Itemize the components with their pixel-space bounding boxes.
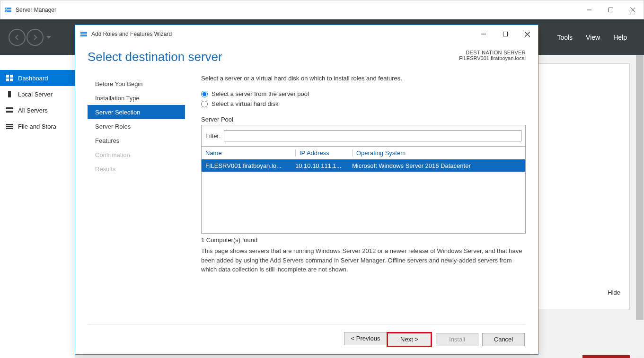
wizard-step-features[interactable]: Features [88, 133, 185, 148]
sidebar-item-label: All Servers [18, 107, 48, 114]
server-pool-label: Server Pool [201, 116, 526, 123]
cancel-button[interactable]: Cancel [482, 333, 525, 346]
col-name[interactable]: Name [205, 149, 295, 157]
radio-vhd[interactable]: Select a virtual hard disk [201, 100, 526, 107]
dest-label: DESTINATION SERVER [459, 50, 526, 55]
computer-count: 1 Computer(s) found [201, 236, 526, 244]
wizard-step-label: Before You Begin [95, 80, 142, 87]
server-pool-row[interactable]: FILESRV001.firatboyan.lo... 10.10.10.111… [202, 159, 525, 172]
window-title: Server Manager [16, 7, 56, 13]
wizard-step-before-you-begin[interactable]: Before You Begin [88, 77, 185, 91]
sidebar-item-local-server[interactable]: Local Server [0, 86, 75, 102]
radio-server-pool-input[interactable] [201, 91, 208, 97]
col-ip[interactable]: IP Address [295, 149, 352, 157]
row-os: Microsoft Windows Server 2016 Datacenter [352, 162, 521, 169]
dialog-minimize-button[interactable] [473, 27, 494, 41]
dashboard-icon [6, 74, 13, 82]
dialog-footer: < Previous Next > Install Cancel [88, 324, 526, 354]
wizard-step-label: Results [95, 166, 115, 173]
wizard-step-label: Features [95, 137, 119, 144]
status-tile[interactable]: 1 [582, 355, 630, 358]
wizard-step-label: Installation Type [95, 95, 140, 102]
sidebar-item-all-servers[interactable]: All Servers [0, 102, 75, 118]
main-window-titlebar: Server Manager [0, 0, 644, 19]
filter-label: Filter: [205, 132, 221, 140]
scrollbar[interactable] [636, 55, 644, 358]
wizard-content: Select a server or a virtual hard disk o… [185, 75, 526, 324]
dialog-titlebar: Add Roles and Features Wizard [75, 25, 538, 43]
sidebar-item-dashboard[interactable]: Dashboard [0, 70, 75, 86]
svg-rect-17 [6, 128, 13, 129]
back-button[interactable] [9, 29, 26, 46]
hide-link[interactable]: Hide [608, 289, 620, 296]
menu-help[interactable]: Help [613, 34, 627, 41]
wizard-step-server-roles[interactable]: Server Roles [88, 119, 185, 133]
sidebar-item-label: Local Server [18, 91, 53, 98]
wizard-step-label: Server Selection [95, 109, 140, 116]
svg-rect-14 [6, 111, 13, 113]
svg-rect-19 [80, 35, 87, 36]
next-button[interactable]: Next > [387, 332, 432, 347]
description-text: This page shows servers that are running… [201, 246, 526, 274]
dialog-title: Add Roles and Features Wizard [91, 31, 172, 37]
wizard-step-results: Results [88, 162, 185, 176]
sidebar-item-label: Dashboard [18, 75, 48, 82]
menu-view[interactable]: View [586, 34, 600, 41]
destination-info: DESTINATION SERVER FILESRV001.firatboyan… [459, 50, 526, 61]
svg-rect-10 [6, 79, 9, 81]
svg-rect-9 [10, 75, 13, 78]
radio-server-pool[interactable]: Select a server from the server pool [201, 90, 526, 97]
svg-rect-21 [503, 32, 508, 36]
radio-label: Select a virtual hard disk [212, 100, 279, 107]
scrollbar-thumb[interactable] [636, 55, 644, 320]
dialog-close-button[interactable] [516, 27, 538, 41]
row-ip: 10.10.10.111,1... [295, 162, 352, 169]
svg-rect-12 [8, 91, 11, 97]
filter-input[interactable] [224, 130, 522, 141]
row-name: FILESRV001.firatboyan.lo... [205, 162, 295, 169]
storage-icon [6, 122, 13, 130]
svg-rect-5 [609, 8, 613, 12]
minimize-button[interactable] [578, 0, 600, 19]
maximize-button[interactable] [600, 0, 622, 19]
server-pool-headers: Name IP Address Operating System [202, 147, 525, 159]
dialog-heading: Select destination server [88, 50, 222, 64]
svg-rect-11 [10, 79, 13, 81]
svg-rect-8 [6, 75, 9, 78]
sidebar-item-file-storage[interactable]: File and Stora [0, 118, 75, 134]
wizard-nav: Before You Begin Installation Type Serve… [88, 75, 185, 324]
history-dropdown-icon[interactable] [46, 36, 51, 39]
wizard-icon [80, 30, 88, 38]
svg-rect-16 [6, 126, 13, 127]
sidebar: Dashboard Local Server All Servers File … [0, 55, 75, 358]
radio-vhd-input[interactable] [201, 101, 208, 107]
wizard-step-label: Server Roles [95, 123, 131, 130]
svg-rect-13 [6, 107, 13, 109]
add-roles-wizard-dialog: Add Roles and Features Wizard Select des… [75, 25, 538, 355]
wizard-step-server-selection[interactable]: Server Selection [88, 105, 185, 119]
menu-tools[interactable]: Tools [557, 34, 573, 41]
svg-rect-15 [6, 124, 13, 125]
server-pool-box: Filter: Name IP Address Operating System… [201, 125, 526, 234]
svg-point-3 [6, 11, 7, 12]
previous-button[interactable]: < Previous [344, 332, 387, 345]
col-os[interactable]: Operating System [352, 149, 521, 157]
radio-label: Select a server from the server pool [212, 90, 309, 97]
wizard-step-label: Confirmation [95, 151, 130, 158]
server-icon [6, 90, 13, 98]
svg-rect-18 [80, 32, 87, 34]
sidebar-item-label: File and Stora [18, 123, 56, 130]
dest-server: FILESRV001.firatboyan.local [459, 55, 526, 61]
instruction-text: Select a server or a virtual hard disk o… [201, 75, 526, 82]
svg-point-2 [6, 8, 7, 9]
wizard-step-installation-type[interactable]: Installation Type [88, 91, 185, 105]
server-manager-icon [4, 6, 12, 14]
install-button: Install [436, 333, 478, 346]
wizard-step-confirmation: Confirmation [88, 148, 185, 162]
dialog-maximize-button[interactable] [494, 27, 516, 41]
close-button[interactable] [622, 0, 644, 19]
server-pool-rows: FILESRV001.firatboyan.lo... 10.10.10.111… [202, 159, 525, 233]
forward-button[interactable] [26, 29, 44, 46]
servers-icon [6, 106, 13, 114]
